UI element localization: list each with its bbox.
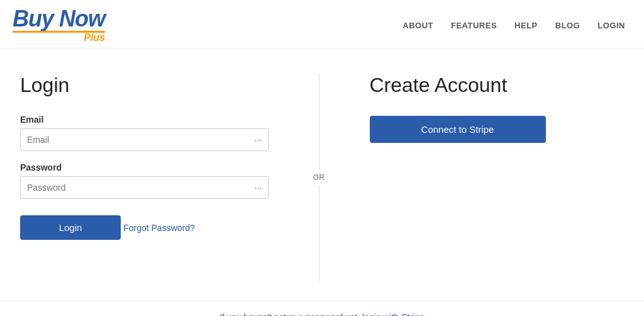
create-account-title: Create Account [370,74,618,97]
password-group: Password ⋯ [20,162,269,199]
email-label: Email [20,115,269,125]
footer-prefix-text: If you haven't setup a password yet, [219,312,362,316]
password-label: Password [20,162,269,172]
nav-help[interactable]: HELP [514,21,538,30]
nav-blog[interactable]: BLOG [555,21,580,30]
login-with-stripe-link[interactable]: login with Stripe [362,312,425,316]
logo-buy-now-text: Buy Now [13,8,105,30]
nav-about[interactable]: ABOUT [402,21,433,30]
logo: Buy Now Plus [13,8,105,43]
footer-note: If you haven't setup a password yet, log… [0,300,644,316]
create-account-panel: Create Account Connect to Stripe [332,74,618,281]
email-input[interactable] [20,128,269,151]
nav-features[interactable]: FEATURES [451,21,497,30]
logo-plus-text: Plus [84,33,105,43]
email-group: Email ⋯ [20,115,269,151]
main-container: Login Email ⋯ Password ⋯ Login Forgot Pa… [8,48,636,300]
password-input[interactable] [20,176,269,199]
nav-login[interactable]: LOGIN [597,21,625,30]
main-nav: ABOUT FEATURES HELP BLOG LOGIN [402,21,625,30]
login-title: Login [20,74,269,97]
password-input-wrapper: ⋯ [20,176,269,199]
connect-to-stripe-button[interactable]: Connect to Stripe [370,116,546,143]
header: Buy Now Plus ABOUT FEATURES HELP BLOG LO… [0,0,644,48]
or-badge: OR [311,169,328,186]
email-input-wrapper: ⋯ [20,128,269,151]
forgot-password-link[interactable]: Forgot Password? [123,223,195,233]
divider-container: OR [306,74,332,281]
login-panel: Login Email ⋯ Password ⋯ Login Forgot Pa… [20,74,306,281]
login-button[interactable]: Login [20,215,121,240]
